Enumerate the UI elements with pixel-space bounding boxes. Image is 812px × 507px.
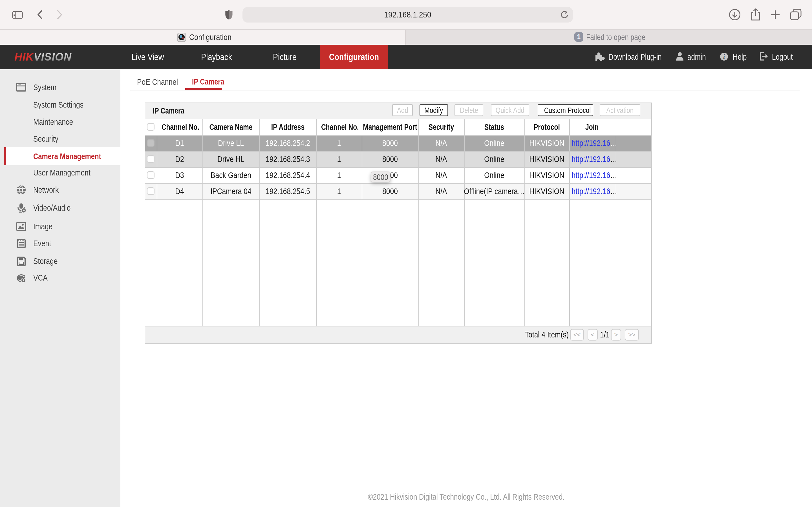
svg-text:i: i — [723, 54, 725, 60]
